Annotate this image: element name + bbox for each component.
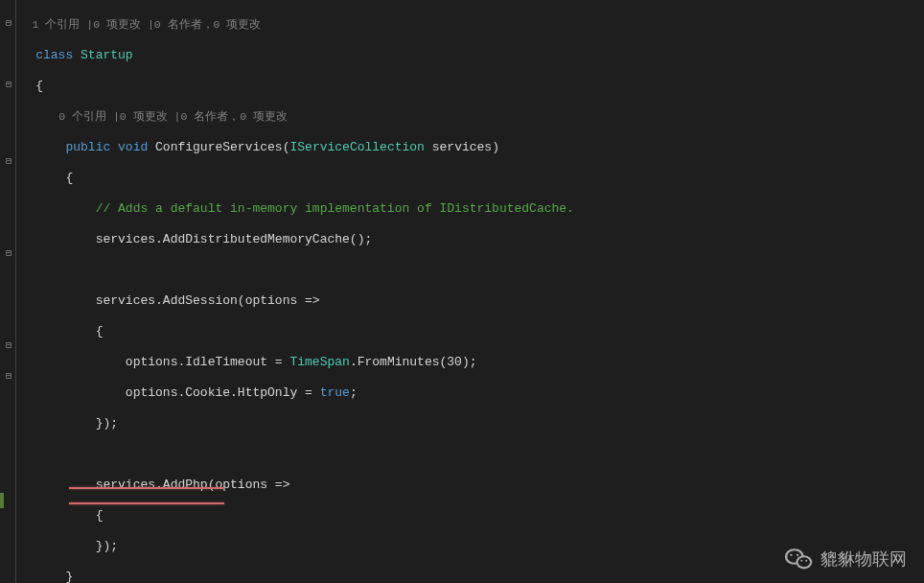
wechat-icon — [784, 547, 813, 571]
svg-point-6 — [800, 560, 802, 562]
watermark: 貔貅物联网 — [784, 547, 907, 571]
code-content[interactable]: 1 个引用 |0 项更改 |0 名作者，0 项更改 class Startup … — [0, 0, 924, 583]
svg-point-5 — [797, 554, 798, 556]
codelens[interactable]: 1 个引用 |0 项更改 |0 名作者，0 项更改 — [6, 18, 261, 31]
svg-point-7 — [805, 560, 807, 562]
svg-point-3 — [798, 557, 811, 567]
codelens[interactable]: 0 个引用 |0 项更改 |0 名作者，0 项更改 — [6, 110, 288, 123]
error-underline — [69, 487, 224, 489]
code-editor[interactable]: ⊟ ⊟ ⊟ ⊟ ⊟ ⊟ 1 个引用 |0 项更改 |0 名作者，0 项更改 cl… — [0, 0, 924, 583]
svg-point-4 — [790, 554, 792, 556]
error-underline — [69, 502, 224, 504]
watermark-text: 貔貅物联网 — [820, 548, 907, 571]
